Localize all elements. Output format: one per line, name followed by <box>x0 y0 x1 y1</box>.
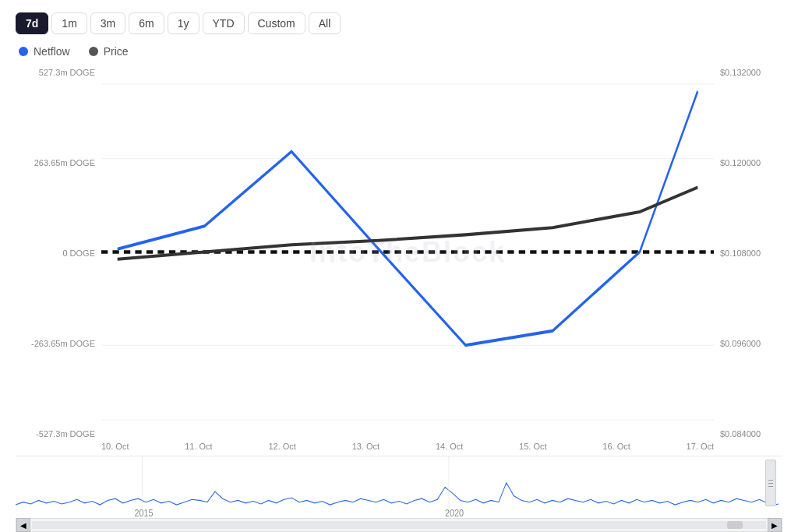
legend-price: Price <box>89 45 129 58</box>
time-btn-custom[interactable]: Custom <box>248 12 305 34</box>
time-btn-7d[interactable]: 7d <box>16 12 48 34</box>
legend-netflow: Netflow <box>19 45 70 58</box>
x-label-3: 13. Oct <box>352 442 380 451</box>
svg-text:2020: 2020 <box>445 507 464 518</box>
handle-line-2 <box>768 483 773 484</box>
scrollbar-track[interactable] <box>32 521 766 529</box>
y-axis-left: 527.3m DOGE 263.65m DOGE 0 DOGE -263.65m… <box>16 65 101 439</box>
x-label-0: 10. Oct <box>101 442 129 451</box>
time-btn-ytd[interactable]: YTD <box>203 12 245 34</box>
time-btn-3m[interactable]: 3m <box>90 12 125 34</box>
y-left-2: 0 DOGE <box>16 249 95 258</box>
x-label-7: 17. Oct <box>687 442 714 451</box>
netflow-dot <box>19 47 28 56</box>
mini-chart-container: 2015 2020 <box>16 456 782 518</box>
x-label-4: 14. Oct <box>436 442 463 451</box>
price-dot <box>89 47 98 56</box>
time-range-bar: 7d1m3m6m1yYTDCustomAll <box>16 12 782 34</box>
scrollbar-thumb[interactable] <box>727 521 743 529</box>
mini-chart-handle[interactable] <box>765 460 776 506</box>
time-btn-1m[interactable]: 1m <box>51 12 87 34</box>
x-label-6: 16. Oct <box>602 442 630 451</box>
y-right-4: $0.084000 <box>720 430 782 439</box>
svg-text:2015: 2015 <box>135 507 154 518</box>
y-left-4: -527.3m DOGE <box>16 430 95 439</box>
chart-area: 527.3m DOGE 263.65m DOGE 0 DOGE -263.65m… <box>16 65 782 532</box>
legend: Netflow Price <box>16 45 782 58</box>
handle-line-1 <box>768 480 773 481</box>
scroll-left-arrow[interactable]: ◀ <box>16 518 30 532</box>
x-label-2: 12. Oct <box>268 442 295 451</box>
main-chart-wrapper: 527.3m DOGE 263.65m DOGE 0 DOGE -263.65m… <box>16 65 782 439</box>
y-right-2: $0.108000 <box>720 249 782 258</box>
y-axis-right: $0.132000 $0.120000 $0.108000 $0.096000 … <box>714 65 782 439</box>
handle-line-3 <box>768 486 773 487</box>
x-label-1: 11. Oct <box>185 442 212 451</box>
netflow-label: Netflow <box>34 45 70 58</box>
x-axis: 10. Oct 11. Oct 12. Oct 13. Oct 14. Oct … <box>16 439 782 451</box>
y-left-3: -263.65m DOGE <box>16 340 95 348</box>
time-btn-all[interactable]: All <box>309 12 341 34</box>
y-right-3: $0.096000 <box>720 340 782 348</box>
price-label: Price <box>104 45 129 58</box>
main-container: 7d1m3m6m1yYTDCustomAll Netflow Price 527… <box>0 0 798 532</box>
svg-rect-6 <box>16 456 782 518</box>
y-left-0: 527.3m DOGE <box>16 69 95 77</box>
scroll-right-arrow[interactable]: ▶ <box>768 518 782 532</box>
x-label-5: 15. Oct <box>519 442 546 451</box>
y-left-1: 263.65m DOGE <box>16 159 95 167</box>
scrollbar[interactable]: ◀ ▶ <box>16 518 782 532</box>
chart-svg: IntoTheBlock <box>101 65 714 439</box>
y-right-1: $0.120000 <box>720 159 782 167</box>
y-right-0: $0.132000 <box>720 69 782 77</box>
time-btn-1y[interactable]: 1y <box>168 12 200 34</box>
time-btn-6m[interactable]: 6m <box>129 12 164 34</box>
